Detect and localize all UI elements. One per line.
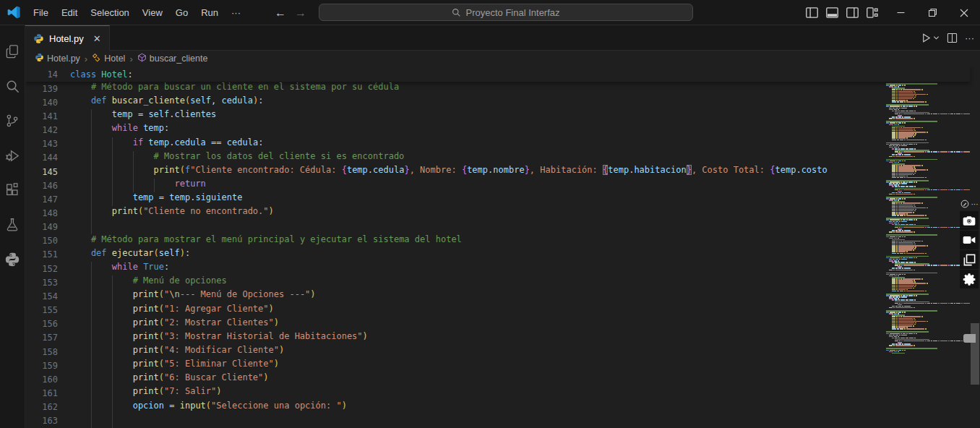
extensions-icon[interactable] (0, 173, 25, 207)
code-line-155[interactable]: 155 print("1: Agregar Cliente") (25, 304, 980, 317)
video-camera-icon[interactable] (960, 231, 979, 249)
code-line-140[interactable]: 140 def buscar_cliente(self, cedula): (25, 95, 980, 109)
menu-edit[interactable]: Edit (55, 4, 84, 21)
line-number: 161 (25, 388, 58, 398)
code-line-154[interactable]: 154 print("\n--- Menú de Opciones ---") (25, 289, 980, 303)
code-line-150[interactable]: 150 # Método para mostrar el menú princi… (25, 234, 980, 248)
line-number: 151 (25, 249, 58, 260)
tab-label: Hotel.py (49, 33, 84, 44)
menu-bar: FileEditSelectionViewGoRun··· (27, 4, 247, 21)
code-line-161[interactable]: 161 print("7: Salir") (25, 386, 980, 400)
copy-frames-icon[interactable] (960, 250, 979, 269)
breadcrumb-separator-icon: › (129, 54, 132, 64)
chevron-down-icon (933, 35, 940, 41)
tab-hotel-py[interactable]: Hotel.py ✕ (25, 25, 110, 51)
restore-button[interactable] (916, 0, 948, 25)
sticky-scroll-line[interactable]: 14 class Hotel: (25, 67, 970, 82)
python-file-icon (35, 53, 44, 64)
editor-group: Hotel.py ✕ ··· Hotel.py›Hotel›buscar_cli… (25, 25, 980, 428)
code-line-156[interactable]: 156 print("2: Mostrar Clientes") (25, 317, 980, 331)
menu-[interactable]: ··· (225, 4, 247, 21)
pen-icon[interactable] (960, 200, 969, 208)
run-and-debug-icon[interactable] (0, 138, 25, 173)
line-number: 159 (25, 361, 58, 371)
menu-go[interactable]: Go (169, 4, 194, 21)
code-line-145[interactable]: 145 print(f"Cliente encontrado: Cédula: … (25, 165, 980, 179)
title-bar: FileEditSelectionViewGoRun··· ← → Proyec… (0, 0, 980, 25)
minimize-button[interactable] (885, 0, 916, 25)
line-number: 150 (25, 236, 58, 246)
search-view-icon[interactable] (0, 69, 25, 103)
code-line-153[interactable]: 153 # Menú de opciones (25, 275, 980, 289)
code-editor[interactable]: 14 class Hotel: 139 # Método para buscar… (25, 67, 980, 428)
code-line-159[interactable]: 159 print("5: Eliminar Cliente") (25, 359, 980, 372)
line-number: 153 (25, 278, 58, 288)
menu-view[interactable]: View (136, 4, 169, 21)
line-number: 157 (25, 333, 58, 343)
code-line-147[interactable]: 147 temp = temp.siguiente (25, 192, 980, 206)
search-label: Proyecto Final Interfaz (465, 7, 559, 18)
code-line-143[interactable]: 143 if temp.cedula == cedula: (25, 137, 980, 151)
activity-bar (0, 25, 25, 428)
class-symbol-icon (92, 53, 101, 64)
more-actions-icon[interactable]: ··· (965, 33, 974, 43)
code-line-152[interactable]: 152 while True: (25, 262, 980, 275)
scrollbar-thumb[interactable] (971, 323, 979, 385)
code-line-163[interactable]: 163 (25, 414, 980, 428)
toggle-secondary-sidebar-icon[interactable] (846, 6, 859, 20)
toggle-primary-sidebar-icon[interactable] (805, 6, 819, 20)
split-editor-icon[interactable] (947, 33, 958, 43)
testing-icon[interactable] (0, 207, 25, 242)
drag-handle[interactable] (963, 334, 976, 343)
line-number: 149 (25, 222, 58, 232)
code-line-139[interactable]: 139 # Método para buscar un cliente en e… (25, 82, 980, 95)
menu-run[interactable]: Run (194, 4, 225, 21)
method-symbol-icon (137, 53, 147, 64)
menu-selection[interactable]: Selection (84, 4, 135, 21)
breadcrumb: Hotel.py›Hotel›buscar_cliente (25, 51, 980, 67)
navigate-forward-icon[interactable]: → (295, 7, 306, 20)
line-number: 142 (25, 125, 58, 135)
line-number: 147 (25, 194, 58, 205)
python-extension-icon[interactable] (0, 242, 25, 277)
code-line-158[interactable]: 158 print("4: Modificar Cliente") (25, 345, 980, 359)
close-window-button[interactable] (948, 0, 980, 25)
code-line-146[interactable]: 146 return (25, 179, 980, 192)
overlay-more-icon[interactable]: ··· (971, 200, 979, 208)
breadcrumb-item-buscar-cliente[interactable]: buscar_cliente (137, 53, 208, 64)
toggle-panel-icon[interactable] (825, 6, 839, 20)
code-line-141[interactable]: 141 temp = self.clientes (25, 109, 980, 123)
line-number: 154 (25, 291, 58, 301)
minimap[interactable] (883, 67, 970, 428)
breadcrumb-item-hotel-py[interactable]: Hotel.py (35, 53, 80, 64)
code-line-160[interactable]: 160 print("6: Buscar Cliente") (25, 372, 980, 386)
code-line-149[interactable]: 149 (25, 221, 980, 234)
line-number: 160 (25, 374, 58, 385)
line-number: 152 (25, 264, 58, 274)
customize-layout-icon[interactable] (866, 6, 880, 20)
line-number: 141 (25, 111, 58, 121)
explorer-icon[interactable] (0, 34, 25, 69)
line-number: 143 (25, 139, 58, 149)
line-number: 148 (25, 208, 58, 218)
navigate-back-icon[interactable]: ← (275, 7, 286, 20)
code-line-148[interactable]: 148 print("Cliente no encontrado.") (25, 206, 980, 220)
tab-bar: Hotel.py ✕ ··· (25, 25, 980, 51)
camera-icon[interactable] (960, 211, 979, 230)
code-line-144[interactable]: 144 # Mostrar los datos del cliente si e… (25, 151, 980, 165)
source-control-icon[interactable] (0, 103, 25, 138)
settings-gear-icon[interactable] (960, 270, 979, 288)
line-number: 158 (25, 347, 58, 357)
breadcrumb-item-hotel[interactable]: Hotel (92, 53, 125, 64)
run-or-debug-button[interactable] (921, 33, 940, 43)
code-line-142[interactable]: 142 while temp: (25, 123, 980, 137)
python-file-icon (33, 33, 44, 44)
code-line-157[interactable]: 157 print("3: Mostrar Historial de Habit… (25, 331, 980, 345)
tab-close-icon[interactable]: ✕ (93, 33, 101, 44)
code-line-151[interactable]: 151 def ejecutar(self): (25, 248, 980, 262)
code-line-162[interactable]: 162 opcion = input("Seleccione una opció… (25, 401, 980, 414)
command-center-search[interactable]: Proyecto Final Interfaz (319, 4, 693, 21)
search-icon (452, 8, 461, 17)
restore-icon (929, 9, 937, 17)
menu-file[interactable]: File (27, 4, 55, 21)
